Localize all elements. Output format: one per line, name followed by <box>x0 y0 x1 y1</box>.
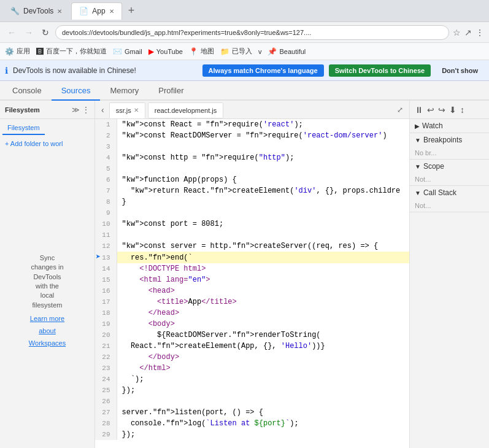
share-icon[interactable]: ↗ <box>464 28 472 37</box>
right-panel-header: ⏸ ↩ ↪ ⬇ ↕ <box>410 101 489 119</box>
table-row: 17 <title>App</title> <box>95 296 409 307</box>
line-content: } <box>117 196 409 207</box>
ssr-tab-close[interactable]: ✕ <box>134 107 139 114</box>
line-number: 27 <box>95 407 117 418</box>
add-folder-button[interactable]: + Add folder to worl <box>0 135 94 152</box>
bookmark-youtube[interactable]: ▶ YouTube <box>148 47 183 56</box>
bookmark-maps-label: 地图 <box>201 47 214 56</box>
sidebar-more-icon[interactable]: ≫ <box>72 106 80 114</box>
address-bar: ← → ↻ ☆ ↗ ⋮ <box>0 22 489 43</box>
watch-arrow-icon: ▶ <box>415 123 420 129</box>
more-icon[interactable]: ⋮ <box>476 28 484 37</box>
editor-tab-react[interactable]: react.development.js <box>148 102 224 118</box>
new-tab-button[interactable]: + <box>123 4 140 17</box>
editor-tab-ssr[interactable]: ssr.js ✕ <box>109 102 145 118</box>
info-bar: ℹ DevTools is now available in Chinese! … <box>0 60 489 81</box>
about-link[interactable]: about <box>39 327 56 334</box>
url-input[interactable] <box>55 25 449 40</box>
sidebar-sync-desc: Syncchanges inDevToolswith thelocalfiles… <box>31 253 63 310</box>
table-row: 3 <box>95 141 409 152</box>
bookmark-imported[interactable]: 📁 已导入 <box>220 47 252 56</box>
line-number: 5 <box>95 163 117 174</box>
bookmark-star-icon[interactable]: ☆ <box>453 28 461 37</box>
step-into-icon[interactable]: ↪ <box>438 105 445 115</box>
watch-section-label: Watch <box>422 122 443 130</box>
tab-bar: 🔧 DevTools ✕ 📄 App ✕ + <box>0 0 489 22</box>
table-row: 7 "kw">return React."fn">createElement('… <box>95 185 409 196</box>
code-editor[interactable]: 1"kw">const React = "fn">require('react'… <box>95 119 409 448</box>
browser-tab-devtools[interactable]: 🔧 DevTools ✕ <box>2 2 70 20</box>
table-row: 25}); <box>95 385 409 396</box>
line-content: }); <box>117 385 409 396</box>
bookmark-maps[interactable]: 📍 地图 <box>189 47 214 56</box>
dont-show-button[interactable]: Don't show <box>436 64 484 77</box>
reload-button[interactable]: ↻ <box>39 26 52 39</box>
step-out-icon[interactable]: ⬇ <box>449 105 456 115</box>
line-number: 7 <box>95 185 117 196</box>
bookmark-beautiful-label: Beautiful <box>279 48 306 55</box>
line-content: }); <box>117 429 409 440</box>
editor-tab-nav-left[interactable]: ‹ <box>98 105 108 115</box>
bookmark-beautiful[interactable]: 📌 Beautiful <box>268 47 306 56</box>
line-content: console."fn">log(`Listen at ${port}`); <box>117 418 409 429</box>
table-row: 23 </html> <box>95 363 409 374</box>
step-over-icon[interactable]: ↩ <box>427 105 434 115</box>
callstack-arrow-icon: ▼ <box>415 190 421 196</box>
breakpoints-section-header[interactable]: ▼ Breakpoints <box>410 133 489 147</box>
sidebar-tab-filesystem[interactable]: Filesystem <box>2 122 45 135</box>
bookmark-baidu-label: 百度一下，你就知道 <box>46 47 107 56</box>
maps-icon: 📍 <box>189 47 198 56</box>
back-button[interactable]: ← <box>5 26 18 39</box>
line-content: "kw">const server = http."fn">createServ… <box>117 241 409 252</box>
line-number: 21 <box>95 341 117 352</box>
line-content: "kw">return React."fn">createElement('di… <box>117 185 409 196</box>
pause-icon[interactable]: ⏸ <box>415 105 423 115</box>
line-content: "kw">const http = "fn">require("http"); <box>117 152 409 163</box>
line-number: 2 <box>95 130 117 141</box>
table-row: 11 <box>95 230 409 241</box>
bookmark-baidu[interactable]: 🅱 百度一下，你就知道 <box>36 47 107 56</box>
scope-section-content: Not... <box>410 173 489 185</box>
baidu-icon: 🅱 <box>36 47 44 56</box>
callstack-section-content: Not... <box>410 199 489 212</box>
line-content: "kw">const port = 8081; <box>117 218 409 230</box>
app-tab-icon: 📄 <box>79 7 88 15</box>
devtools-main: Console Sources Memory Profiler Filesyst… <box>0 81 489 448</box>
tab-console[interactable]: Console <box>2 81 52 101</box>
line-number: 18 <box>95 307 117 319</box>
sidebar-menu-icon[interactable]: ⋮ <box>82 106 90 114</box>
scope-section-header[interactable]: ▼ Scope <box>410 160 489 173</box>
switch-chinese-button[interactable]: Switch DevTools to Chinese <box>329 64 431 77</box>
learn-more-link[interactable]: Learn more <box>30 315 64 322</box>
devtools-tab-icon: 🔧 <box>10 7 20 15</box>
table-row: 2"kw">const ReactDOMServer = "fn">requir… <box>95 130 409 141</box>
line-number: 10 <box>95 218 117 230</box>
bookmark-gmail[interactable]: ✉️ Gmail <box>113 47 142 56</box>
line-content: <body> <box>117 319 409 330</box>
browser-tab-app[interactable]: 📄 App ✕ <box>71 2 121 20</box>
forward-button[interactable]: → <box>22 26 36 39</box>
match-language-button[interactable]: Always match Chrome's language <box>202 64 324 77</box>
table-row: 6"kw">function App(props) { <box>95 174 409 185</box>
line-content: React."fn">createElement(App, {}, 'Hello… <box>117 341 409 352</box>
table-row: ➤13 res."fn">end(` <box>95 252 409 263</box>
deactivate-breakpoints-icon[interactable]: ↕ <box>460 105 464 115</box>
devtools-tab-close[interactable]: ✕ <box>57 8 62 15</box>
memory-tab-label: Memory <box>110 86 139 95</box>
bookmark-apps[interactable]: ⚙️ 应用 <box>5 47 30 56</box>
watch-section-header[interactable]: ▶ Watch <box>410 119 489 133</box>
tab-profiler[interactable]: Profiler <box>148 81 193 101</box>
editor-area: ‹ ssr.js ✕ react.development.js ⤢ 1"kw">… <box>95 101 409 448</box>
callstack-section-header[interactable]: ▼ Call Stack <box>410 186 489 199</box>
app-tab-close[interactable]: ✕ <box>109 8 114 15</box>
workspaces-link[interactable]: Workspaces <box>29 339 66 347</box>
table-row: 12"kw">const server = http."fn">createSe… <box>95 241 409 252</box>
sidebar-header: Filesystem ≫ ⋮ <box>0 101 94 119</box>
line-number: 8 <box>95 196 117 207</box>
tab-sources[interactable]: Sources <box>52 81 101 101</box>
editor-tabs: ‹ ssr.js ✕ react.development.js ⤢ <box>95 101 409 119</box>
bookmark-v[interactable]: v <box>258 48 262 55</box>
tab-memory[interactable]: Memory <box>100 81 148 101</box>
editor-maximize-icon[interactable]: ⤢ <box>393 106 407 114</box>
table-row: 10"kw">const port = 8081; <box>95 218 409 230</box>
